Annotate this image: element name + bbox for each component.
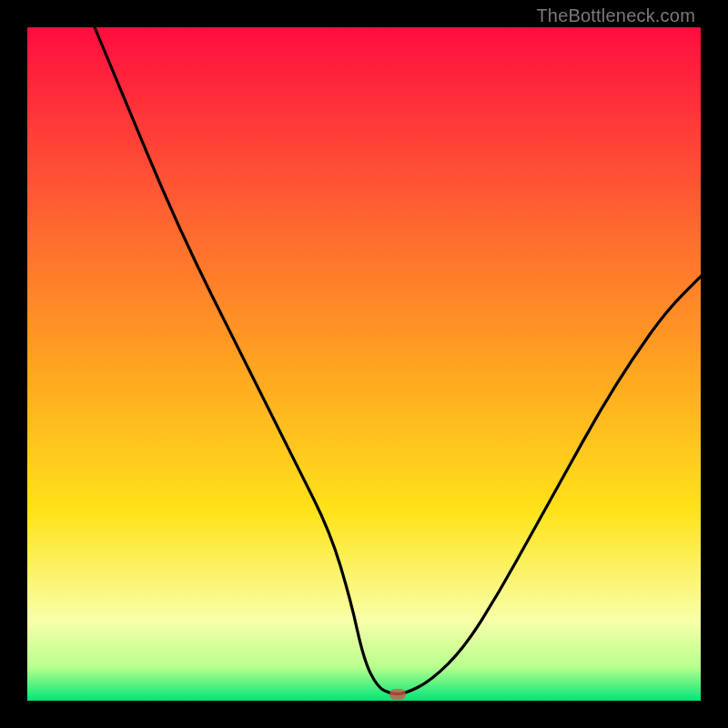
watermark-text: TheBottleneck.com [536, 5, 695, 26]
bottleneck-curve-path [95, 27, 701, 694]
optimal-point-marker [389, 689, 406, 700]
plot-area [27, 27, 701, 701]
bottleneck-curve-svg [27, 27, 701, 701]
chart-frame: TheBottleneck.com [0, 0, 728, 728]
